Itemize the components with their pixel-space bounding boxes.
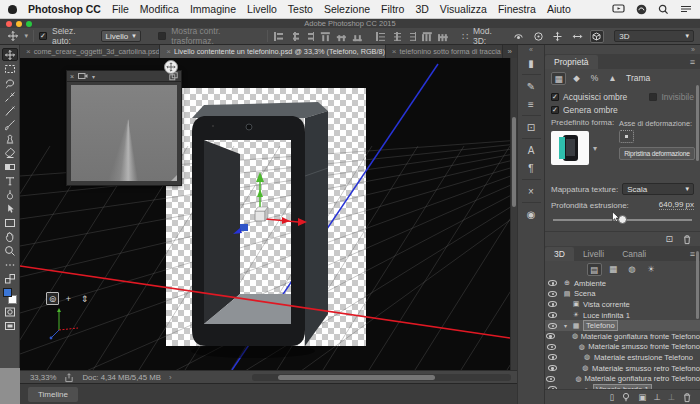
footer-frame-icon[interactable]: ⊡ (665, 234, 673, 244)
distribute-top-icon[interactable] (422, 31, 433, 42)
3d-panel-scrollbar-thumb[interactable] (696, 251, 699, 319)
3d-item-telefono-selected[interactable]: ▾ ▦ Telefono (545, 320, 700, 331)
document-size-info[interactable]: Doc: 4,34 MB/5,45 MB (82, 373, 160, 382)
generate-shadows-checkbox[interactable]: ✓ (551, 106, 559, 114)
distribute-vcenter-icon[interactable] (438, 31, 449, 42)
zoom-level[interactable]: 33,33% (30, 373, 56, 382)
distribute-left-icon[interactable] (375, 31, 386, 42)
clone-source-panel-icon[interactable]: ⊡ (522, 119, 541, 135)
3d-move-badge[interactable] (164, 60, 178, 74)
deform-subtab-icon[interactable]: ◆ (569, 72, 584, 85)
delete-icon[interactable] (682, 392, 692, 403)
tab-3d[interactable]: 3D (545, 247, 574, 261)
tool-presets-panel-icon[interactable]: × (522, 183, 541, 199)
brush-settings-panel-icon[interactable]: ✎ (522, 78, 541, 94)
3d-item-materiale-2[interactable]: ◍ Materiale smusso fronte Telefono (545, 342, 700, 353)
type-tool[interactable] (2, 174, 18, 187)
mesh-subtab-icon[interactable]: ▦ (551, 72, 566, 85)
display-menu-icon[interactable] (612, 4, 625, 14)
tool-preset-chevron-icon[interactable]: ▾ (25, 32, 29, 40)
clone-stamp-tool[interactable] (2, 132, 18, 145)
filter-lights-icon[interactable]: ☀ (644, 263, 659, 276)
acquire-shadows-checkbox[interactable]: ✓ (551, 93, 559, 101)
brush-panel-icon[interactable]: ▮ (522, 55, 541, 71)
visibility-eye-icon[interactable] (548, 312, 557, 318)
collapse-panels-icon[interactable]: » (545, 45, 700, 54)
canvas-horizontal-scrollbar[interactable] (252, 374, 511, 381)
visibility-eye-icon[interactable] (548, 365, 557, 371)
creative-cloud-icon[interactable]: ◉ (522, 206, 541, 222)
expand-panels-icon[interactable]: « (518, 45, 544, 54)
character-panel-icon[interactable]: A (522, 142, 541, 158)
eraser-tool[interactable] (2, 146, 18, 159)
filter-materials-icon[interactable]: ◍ (625, 263, 640, 276)
brush-tool[interactable] (2, 118, 18, 131)
reset-deformation-button[interactable]: Ripristina deformazione (619, 147, 695, 160)
cap-subtab-icon[interactable]: ▲ (605, 72, 620, 85)
menu-immagine[interactable]: Immagine (190, 3, 236, 15)
canvas-vertical-scrollbar[interactable] (510, 58, 517, 370)
texture-mapping-dropdown[interactable]: Scala ▾ (622, 183, 694, 195)
new-light-icon[interactable] (621, 392, 631, 403)
show-transform-checkbox[interactable] (158, 32, 166, 40)
path-selection-tool[interactable] (2, 202, 18, 215)
tab-livelli[interactable]: Livelli (574, 247, 613, 261)
3d-rotate-mode-icon[interactable] (511, 30, 526, 43)
hand-tool[interactable] (2, 230, 18, 243)
vertical-scroll-thumb[interactable] (512, 117, 516, 207)
close-tab-icon[interactable]: × (166, 47, 171, 56)
chevron-down-icon[interactable]: ▾ (593, 144, 597, 153)
brush-presets-panel-icon[interactable]: ≡ (522, 96, 541, 112)
visibility-eye-icon[interactable] (548, 280, 557, 286)
3d-item-materiale-3[interactable]: ◍ Materiale estrusione Telefono (545, 352, 700, 363)
close-tab-icon[interactable]: × (392, 47, 397, 56)
screen-mode-icon[interactable] (2, 319, 18, 332)
coordinates-subtab-icon[interactable]: % (587, 72, 602, 85)
document-tab-3[interactable]: × telefonino sotto forma di traccia (386, 45, 503, 58)
tab-proprieta[interactable]: Proprietà (545, 55, 598, 69)
distribute-spacing-icon[interactable]: ∷ (462, 31, 468, 42)
3d-item-materiale-1[interactable]: ◍ Materiale gonfiatura fronte Telefono (545, 331, 700, 342)
move-tool-options-icon[interactable] (6, 30, 20, 42)
chevron-down-icon[interactable]: ▾ (92, 73, 95, 80)
align-hcenter-icon[interactable] (289, 31, 300, 42)
3d-item-materiale-5[interactable]: ◍ Materiale gonfiatura retro Telefono (545, 373, 700, 384)
constraint-action-icon-2[interactable]: ⊥ (668, 392, 675, 402)
shape-preset-thumbnail[interactable] (551, 131, 589, 165)
constraint-action-icon[interactable]: ⊥ (653, 392, 660, 402)
invisible-checkbox[interactable] (649, 93, 657, 101)
visibility-eye-icon[interactable] (546, 376, 555, 382)
properties-scrollbar-thumb[interactable] (696, 85, 699, 161)
dolly-camera-icon[interactable]: ⇕ (78, 292, 91, 305)
3d-scale-mode-icon[interactable] (590, 30, 605, 43)
quick-selection-tool[interactable] (2, 90, 18, 103)
zoom-tool[interactable] (2, 244, 18, 257)
close-icon[interactable]: × (70, 73, 74, 80)
filter-scene-icon[interactable]: ▤ (587, 263, 602, 276)
auto-select-dropdown[interactable]: Livello ▾ (101, 30, 141, 42)
timeline-tab[interactable]: Timeline (28, 387, 78, 402)
align-top-icon[interactable] (320, 31, 331, 42)
visibility-eye-icon[interactable] (548, 386, 557, 389)
3d-item-luce-infinita[interactable]: ☀ Luce infinita 1 (545, 310, 700, 321)
menu-file[interactable]: File (112, 3, 129, 15)
tab-canali[interactable]: Canali (613, 247, 655, 261)
visibility-eye-icon[interactable] (547, 344, 556, 350)
chevron-down-icon[interactable]: ▾ (564, 322, 571, 329)
menu-finestra[interactable]: Finestra (498, 3, 536, 15)
eyedropper-tool[interactable] (2, 104, 18, 117)
visibility-eye-icon[interactable] (548, 354, 557, 360)
align-left-icon[interactable] (273, 31, 284, 42)
visibility-eye-icon[interactable] (548, 323, 557, 329)
3d-item-vista-corrente[interactable]: ▣ Vista corrente (545, 299, 700, 310)
color-swatches[interactable] (2, 288, 18, 304)
3d-slide-mode-icon[interactable] (570, 30, 585, 43)
app-menu[interactable]: Photoshop CC (28, 3, 101, 15)
swap-colors-icon[interactable] (2, 272, 18, 285)
new-mesh-icon[interactable]: ▯ (609, 392, 614, 402)
filter-meshes-icon[interactable]: ▦ (606, 263, 621, 276)
deform-axis-widget[interactable] (619, 130, 634, 143)
edit-toolbar-icon[interactable] (2, 258, 18, 271)
apple-menu-icon[interactable] (8, 5, 17, 14)
horizontal-scroll-thumb[interactable] (278, 375, 435, 380)
